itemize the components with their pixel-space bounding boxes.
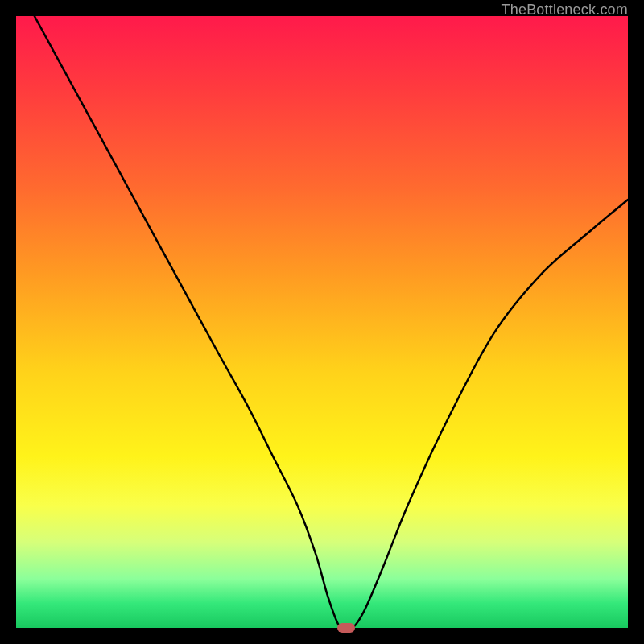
- plot-frame: TheBottleneck.com: [16, 16, 628, 628]
- optimal-point-marker: [337, 623, 355, 633]
- bottleneck-curve: [16, 16, 628, 628]
